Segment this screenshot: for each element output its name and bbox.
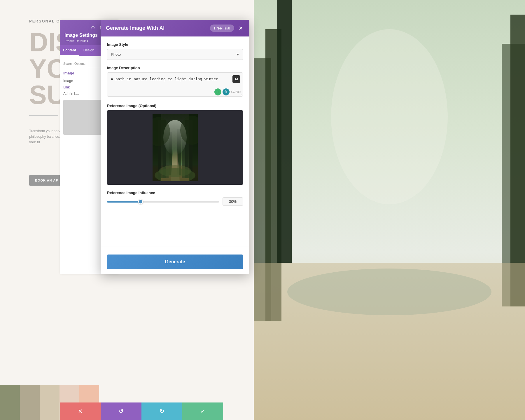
swatch-3	[40, 385, 60, 420]
svg-point-8	[287, 269, 491, 315]
confirm-button[interactable]: ✓	[182, 402, 223, 420]
cancel-icon: ✕	[78, 408, 83, 415]
influence-section: Reference Image Influence 30%	[107, 191, 243, 206]
svg-point-6	[331, 29, 448, 204]
influence-row: 30%	[107, 197, 243, 206]
modal-body: Image Style Photo Illustration Watercolo…	[101, 36, 249, 247]
swatch-2	[20, 385, 40, 420]
influence-slider-container	[107, 201, 219, 203]
swatch-1	[0, 385, 20, 420]
redo-button[interactable]: ↻	[141, 402, 182, 420]
generate-image-modal: Generate Image With AI Free Trial ✕ Imag…	[101, 20, 249, 274]
bg-right-panel	[254, 0, 525, 420]
bg-book-button[interactable]: BOOK AN AP	[29, 175, 64, 186]
redo-icon: ↻	[160, 408, 164, 415]
forest-bg-svg	[254, 0, 525, 420]
bottom-toolbar: ✕ ↺ ↻ ✓	[60, 402, 223, 420]
confirm-icon: ✓	[200, 408, 205, 415]
undo-button[interactable]: ↺	[101, 402, 141, 420]
tab-content[interactable]: Content	[60, 45, 79, 56]
cancel-button[interactable]: ✕	[60, 402, 101, 420]
svg-rect-3	[277, 0, 292, 263]
tab-design[interactable]: Design	[79, 45, 98, 56]
crop-icon[interactable]: ⊙	[90, 25, 96, 30]
bg-divider	[29, 115, 58, 116]
undo-icon: ↺	[119, 408, 124, 415]
